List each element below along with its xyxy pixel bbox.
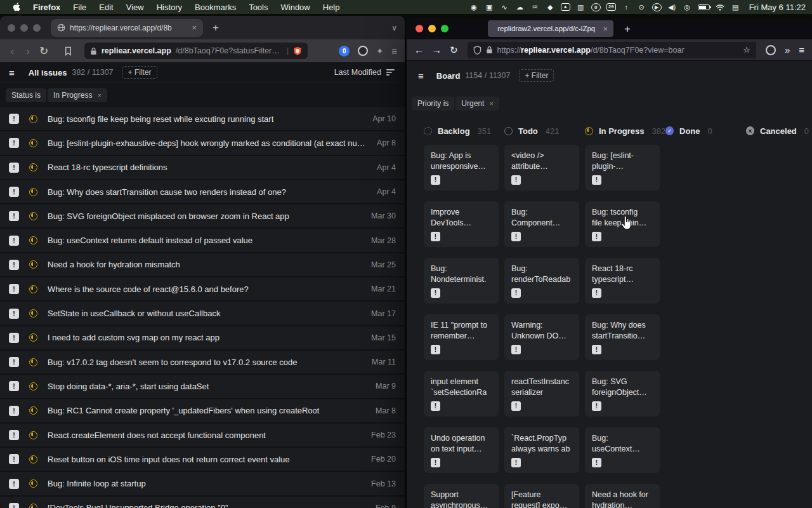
issue-card[interactable]: Bug: App isunresponsive… <box>424 145 499 190</box>
urgent-priority-icon[interactable] <box>9 260 19 270</box>
docker-icon[interactable]: ♒ <box>530 3 540 11</box>
issue-row[interactable]: Bug: useContext returns default instead … <box>0 229 405 253</box>
menu-tools[interactable]: Tools <box>242 3 274 12</box>
issue-row[interactable]: Where is the source code of react@15.6.0… <box>0 277 405 302</box>
menu-file[interactable]: File <box>67 3 93 12</box>
issue-card[interactable]: [Featurerequest] expo… <box>504 484 579 508</box>
github-extension-icon[interactable] <box>766 45 776 55</box>
urgent-priority-icon[interactable] <box>9 454 19 464</box>
in-progress-status-icon[interactable] <box>29 406 37 415</box>
add-filter-button[interactable]: + Filter <box>519 69 554 82</box>
browser-tab-replidraw[interactable]: replidraw2.vercel.app/d/c-iZpq × <box>488 20 613 37</box>
filter-field-chip[interactable]: Priority is <box>412 97 454 110</box>
cloud-icon[interactable]: ☁ <box>515 3 525 11</box>
issue-row[interactable]: Bug: tsconfig file keep being reset whil… <box>0 107 405 131</box>
camera-icon[interactable]: ▣ <box>485 3 494 11</box>
issue-card[interactable]: React 18-rctypescript… <box>585 258 660 304</box>
urgent-priority-icon[interactable] <box>9 163 19 173</box>
issue-row[interactable]: Stop doing data-*, aria-*, start using d… <box>0 375 405 399</box>
in-progress-status-icon[interactable] <box>29 163 37 171</box>
issue-card[interactable]: Bug:renderToReadab <box>504 258 579 304</box>
calendar-icon[interactable]: 29 <box>606 3 616 11</box>
overflow-chevrons-icon[interactable]: » <box>785 44 790 55</box>
issue-row[interactable]: Reset button on iOS time input does not … <box>0 448 405 472</box>
add-filter-button[interactable]: + Filter <box>122 66 157 79</box>
sort-control[interactable]: Last Modified <box>334 68 396 77</box>
column-header[interactable]: Done 0 <box>665 124 740 137</box>
assistant-icon[interactable]: ◎ <box>683 3 692 11</box>
urgent-priority-icon[interactable] <box>9 309 19 319</box>
issue-row[interactable]: Bug: [eslint-plugin-exhaustive-deps] hoo… <box>0 131 405 156</box>
issue-card[interactable]: IE 11 "prompt toremember… <box>424 314 499 360</box>
urgent-priority-icon[interactable] <box>9 187 19 197</box>
forward-button[interactable]: → <box>432 45 442 55</box>
issue-row[interactable]: [DevTools Bug] Unsupported Bridge operat… <box>0 497 405 508</box>
zoom-window-button[interactable] <box>33 24 41 32</box>
tab-close-icon[interactable]: × <box>192 23 197 32</box>
minimize-window-button[interactable] <box>428 25 436 32</box>
issue-card[interactable]: `React.PropTypalways warns ab <box>504 427 579 473</box>
in-progress-status-icon[interactable] <box>29 139 37 147</box>
back-button[interactable]: ← <box>414 45 424 55</box>
back-button[interactable]: ‹ <box>8 46 16 57</box>
in-progress-status-icon[interactable] <box>29 504 37 508</box>
browser-menu-icon[interactable]: ≡ <box>391 46 397 56</box>
menu-bookmarks[interactable]: Bookmarks <box>188 3 242 12</box>
in-progress-status-icon[interactable] <box>29 188 37 196</box>
in-progress-status-icon[interactable] <box>29 479 37 488</box>
urgent-priority-icon[interactable] <box>9 381 19 391</box>
remove-filter-icon[interactable]: × <box>489 100 493 107</box>
minimize-window-button[interactable] <box>20 24 28 32</box>
sidebar-menu-icon[interactable]: ≡ <box>418 71 424 81</box>
in-progress-status-icon[interactable] <box>29 236 37 244</box>
column-header[interactable]: Backlog 351 <box>424 124 499 137</box>
reload-button[interactable]: ↻ <box>39 46 48 57</box>
issue-card[interactable]: Warning:Unknown DO… <box>504 314 579 360</box>
urgent-priority-icon[interactable] <box>9 211 19 221</box>
menu-view[interactable]: View <box>120 3 150 12</box>
browser-menu-icon[interactable]: ≡ <box>799 44 804 55</box>
in-progress-status-icon[interactable] <box>29 382 37 391</box>
eject-icon[interactable]: ↑ <box>622 3 631 11</box>
battery-icon[interactable] <box>698 4 710 10</box>
column-header[interactable]: In Progress 382 <box>585 124 660 137</box>
play-icon[interactable]: ▶ <box>652 3 662 11</box>
volume-icon[interactable]: ◀) <box>667 3 677 11</box>
urgent-priority-icon[interactable] <box>9 138 19 148</box>
brave-shield-icon[interactable] <box>293 46 302 56</box>
browser-tab-repliear[interactable]: https://repliear.vercel.app/d/8b × <box>51 19 203 37</box>
address-bar[interactable]: repliear.vercel.app /d/8bTaoq7F0e?status… <box>84 43 308 59</box>
bookmark-star-icon[interactable]: ☆ <box>743 45 750 55</box>
issue-row[interactable]: SetState in useCallback or without useCa… <box>0 302 405 326</box>
remove-filter-icon[interactable]: × <box>97 91 101 99</box>
issue-card[interactable]: Bug:Nondeterminist. <box>424 258 499 304</box>
issue-card[interactable]: Bug: SVGforeignObject… <box>585 371 660 417</box>
menu-bar-clock[interactable]: Fri May 6 11:22 <box>749 3 806 12</box>
urgent-priority-icon[interactable] <box>9 114 19 124</box>
issue-card[interactable]: reactTestInstancserializer <box>504 371 579 417</box>
issue-card[interactable]: input element`setSelectionRa <box>424 371 499 417</box>
filter-field-chip[interactable]: Status is <box>6 88 46 102</box>
issue-card[interactable]: Need a hook forhydration… <box>585 484 660 508</box>
issue-row[interactable]: Bug: v17.0.2 tag doesn't seem to corresp… <box>0 351 405 375</box>
issue-card[interactable]: Bug: Why doesstartTransitio… <box>585 314 660 360</box>
urgent-priority-icon[interactable] <box>9 333 19 343</box>
close-window-button[interactable] <box>8 24 15 32</box>
in-progress-status-icon[interactable] <box>29 285 37 293</box>
menu-window[interactable]: Window <box>275 3 317 12</box>
wifi-icon[interactable] <box>716 4 725 11</box>
urgent-priority-icon[interactable] <box>9 406 19 416</box>
menu-help[interactable]: Help <box>317 3 346 12</box>
stage-manager-icon[interactable]: ▤ <box>731 3 740 11</box>
github-extension-icon[interactable] <box>358 46 368 56</box>
power-icon[interactable]: ⊙ <box>637 3 646 11</box>
issue-row[interactable]: React.createElement does not accept func… <box>0 424 405 448</box>
urgent-priority-icon[interactable] <box>9 284 19 294</box>
issue-card[interactable]: Bug:useContext… <box>585 427 660 473</box>
in-progress-status-icon[interactable] <box>29 212 37 220</box>
issue-card[interactable]: Undo operationon text input… <box>424 427 499 473</box>
dropbox-icon[interactable]: ◆ <box>546 3 555 11</box>
address-bar[interactable]: https://repliear.vercel.app/d/8bTaoq7F0e… <box>468 42 756 58</box>
issue-card[interactable]: Bug: [eslint-plugin-… <box>585 145 660 190</box>
forward-button[interactable]: › <box>23 46 32 57</box>
